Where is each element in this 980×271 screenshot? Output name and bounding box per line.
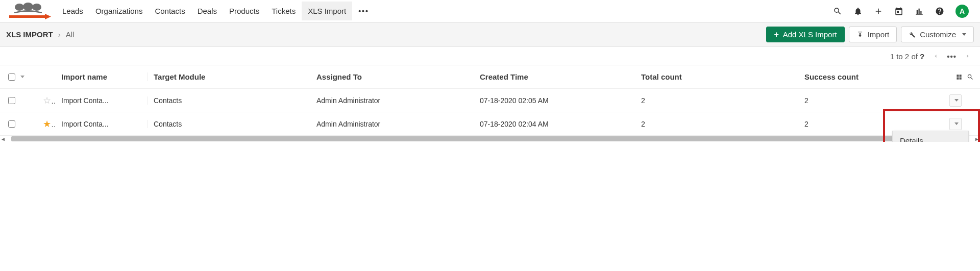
header-total-count[interactable]: Total count	[635, 72, 798, 81]
bell-icon[interactable]	[853, 7, 863, 16]
help-icon[interactable]	[935, 7, 944, 16]
svg-point-1	[23, 3, 33, 11]
reports-icon[interactable]	[915, 7, 924, 16]
breadcrumb-leaf[interactable]: All	[66, 30, 75, 39]
page-next-button[interactable]	[965, 52, 971, 61]
nav-items: Leads Organizations Contacts Deals Produ…	[56, 2, 375, 20]
table-row[interactable]: ★ Import Conta... Contacts Admin Adminis…	[0, 112, 980, 136]
cell-import-name: Import Conta...	[55, 96, 147, 105]
pagination-range: 1 to 2 of	[890, 52, 920, 61]
plus-icon[interactable]	[874, 7, 883, 16]
svg-point-0	[15, 4, 24, 11]
nav-right: A	[833, 5, 975, 18]
table-header-row: Import name Target Module Assigned To Cr…	[0, 65, 980, 89]
row-checkbox[interactable]	[8, 120, 15, 128]
cell-total-count: 2	[635, 96, 798, 105]
import-button-label: Import	[868, 30, 890, 39]
nav-item-tickets[interactable]: Tickets	[265, 2, 302, 20]
customize-button-label: Customize	[920, 30, 956, 39]
row-actions-button[interactable]	[949, 118, 962, 130]
scroll-left-arrow-icon[interactable]: ◄	[0, 136, 6, 142]
customize-button[interactable]: Customize	[901, 27, 974, 42]
data-table: Import name Target Module Assigned To Cr…	[0, 65, 980, 142]
add-button-label: Add XLS Import	[783, 30, 837, 39]
scroll-right-arrow-icon[interactable]: ►	[974, 136, 980, 142]
column-search-icon[interactable]	[967, 73, 974, 81]
select-all-checkbox[interactable]	[8, 73, 15, 81]
cell-success-count: 2	[798, 96, 941, 105]
cell-assigned-to: Admin Administrator	[310, 120, 474, 128]
toolbar: XLS IMPORT › All + Add XLS Import Import…	[0, 22, 980, 47]
download-icon	[856, 31, 864, 38]
header-target-module[interactable]: Target Module	[147, 72, 310, 81]
nav-item-deals[interactable]: Deals	[191, 2, 223, 20]
wrench-icon	[909, 31, 916, 38]
toolbar-actions: + Add XLS Import Import Customize	[766, 27, 974, 42]
search-icon[interactable]	[833, 7, 842, 16]
context-menu-details[interactable]: Details	[893, 131, 968, 142]
header-import-name[interactable]: Import name	[55, 72, 147, 81]
pagination-total[interactable]: ?	[920, 52, 924, 61]
scroll-track[interactable]	[11, 136, 969, 141]
cell-import-name: Import Conta...	[55, 120, 147, 128]
pagination-text: 1 to 2 of ?	[890, 52, 925, 61]
caret-down-icon	[954, 99, 959, 102]
row-checkbox[interactable]	[8, 97, 15, 104]
cell-success-count: 2	[798, 120, 941, 128]
add-xls-import-button[interactable]: + Add XLS Import	[766, 27, 844, 42]
caret-down-icon	[954, 122, 959, 125]
select-all-caret-icon[interactable]	[20, 76, 24, 78]
nav-more[interactable]: •••	[352, 2, 375, 20]
cell-created-time: 07-18-2020 02:04 AM	[474, 120, 635, 128]
breadcrumb-root[interactable]: XLS IMPORT	[6, 30, 53, 39]
svg-marker-4	[45, 14, 51, 19]
row-context-menu: Details Delete	[892, 131, 969, 142]
nav-item-products[interactable]: Products	[223, 2, 265, 20]
calendar-icon[interactable]	[894, 7, 903, 16]
header-created-time[interactable]: Created Time	[474, 72, 635, 81]
page-prev-button[interactable]	[933, 52, 939, 61]
nav-item-leads[interactable]: Leads	[56, 2, 89, 20]
nav-item-contacts[interactable]: Contacts	[149, 2, 191, 20]
pagination: 1 to 2 of ? •••	[0, 47, 980, 65]
nav-item-xls-import[interactable]: XLS Import	[302, 2, 352, 20]
caret-down-icon	[962, 33, 966, 36]
breadcrumb-separator: ›	[58, 30, 61, 39]
header-assigned-to[interactable]: Assigned To	[310, 72, 474, 81]
avatar[interactable]: A	[955, 5, 969, 18]
nav-item-organizations[interactable]: Organizations	[89, 2, 149, 20]
top-nav: Leads Organizations Contacts Deals Produ…	[0, 0, 980, 22]
app-logo	[5, 2, 51, 20]
table-row[interactable]: ☆ Import Conta... Contacts Admin Adminis…	[0, 89, 980, 112]
header-success-count[interactable]: Success count	[798, 72, 941, 81]
header-checkbox-cell	[0, 73, 37, 81]
cell-target-module: Contacts	[147, 96, 310, 105]
page-more-button[interactable]: •••	[947, 52, 957, 61]
header-view-controls	[949, 73, 980, 81]
row-actions-button[interactable]	[949, 94, 962, 107]
import-button[interactable]: Import	[849, 27, 897, 42]
grid-view-icon[interactable]	[955, 73, 963, 81]
cell-created-time: 07-18-2020 02:05 AM	[474, 96, 635, 105]
horizontal-scrollbar[interactable]: ◄ ►	[0, 136, 980, 142]
svg-point-2	[32, 4, 41, 11]
breadcrumb: XLS IMPORT › All	[6, 30, 74, 39]
cell-target-module: Contacts	[147, 120, 310, 128]
cell-assigned-to: Admin Administrator	[310, 96, 474, 105]
svg-rect-3	[9, 15, 45, 18]
cell-total-count: 2	[635, 120, 798, 128]
plus-icon: +	[774, 31, 778, 39]
row-star-toggle[interactable]: ★	[43, 119, 55, 129]
row-star-toggle[interactable]: ☆	[43, 95, 55, 106]
